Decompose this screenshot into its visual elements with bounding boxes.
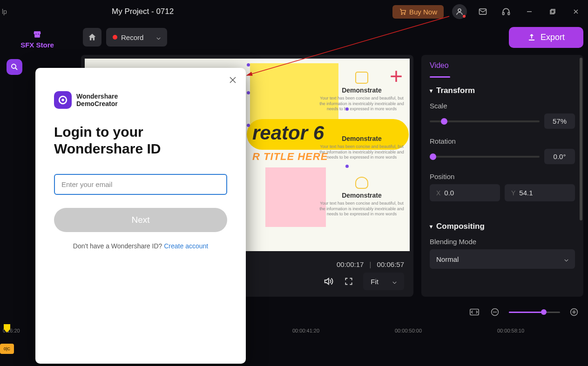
cart-icon [399, 8, 406, 15]
modal-brand: Wondershare DemoCreator [54, 91, 227, 109]
position-y-input[interactable]: Y54.1 [505, 184, 575, 201]
user-icon[interactable] [452, 4, 467, 19]
blending-label: Blending Mode [430, 238, 575, 246]
properties-panel: Video Transform Scale 57% Rotation 0.0° … [421, 55, 583, 297]
maximize-button[interactable] [545, 6, 560, 17]
selection-handle[interactable] [247, 63, 250, 67]
scale-value[interactable]: 57% [544, 113, 575, 129]
modal-heading: Login to your Wondershare ID [54, 124, 227, 157]
upload-icon [527, 33, 536, 41]
home-icon [88, 33, 97, 42]
scale-label: Scale [430, 102, 575, 110]
ruler-tick: 00:00:50:00 [395, 328, 422, 333]
camera-icon [355, 72, 368, 84]
record-dot-icon [113, 35, 117, 40]
email-input[interactable] [54, 174, 227, 195]
position-label: Position [430, 173, 575, 180]
export-button[interactable]: Export [509, 27, 583, 48]
transform-section-header[interactable]: Transform [430, 86, 575, 95]
fit-select[interactable]: Fit ⌵ [363, 273, 404, 290]
canvas-demo-block-2: Demonstrate Your text has been concise a… [308, 123, 410, 160]
selection-handle[interactable] [247, 91, 250, 94]
close-icon [229, 76, 237, 84]
headset-icon[interactable] [499, 4, 514, 19]
minimize-button[interactable] [522, 6, 537, 17]
svg-point-1 [404, 13, 405, 14]
create-account-link[interactable]: Create account [164, 242, 208, 250]
record-button[interactable]: Record ⌵ [106, 28, 167, 47]
canvas-demo-block-3: Demonstrate Your text has been concise a… [308, 177, 410, 217]
selection-handle[interactable] [345, 165, 349, 168]
brand-logo-icon [54, 91, 72, 109]
fullscreen-button[interactable] [343, 275, 355, 287]
notification-dot [463, 15, 466, 18]
rotation-value[interactable]: 0.0° [544, 149, 575, 164]
ruler-tick: 00:00:41:20 [292, 328, 319, 333]
svg-point-25 [61, 99, 64, 101]
zoom-out-button[interactable] [488, 306, 501, 318]
create-account-line: Don't have a Wondershare ID? Create acco… [54, 242, 227, 250]
chevron-down-icon: ⌵ [392, 277, 397, 286]
svg-rect-7 [550, 10, 554, 14]
svg-rect-5 [508, 13, 509, 15]
svg-rect-4 [503, 13, 504, 15]
buy-now-button[interactable]: Buy Now [392, 5, 444, 19]
svg-point-2 [458, 9, 461, 12]
properties-scrollbar[interactable] [580, 58, 582, 220]
zoom-in-button[interactable] [568, 306, 581, 318]
fullscreen-icon [344, 277, 353, 286]
chevron-down-icon: ⌵ [564, 255, 568, 263]
close-button[interactable] [568, 6, 583, 17]
clock-icon [355, 177, 368, 189]
svg-rect-8 [551, 9, 555, 13]
search-icon [10, 63, 19, 71]
zoom-slider[interactable] [509, 312, 560, 313]
chevron-down-icon: ⌵ [156, 33, 161, 41]
scale-slider[interactable] [430, 120, 540, 122]
svg-point-12 [12, 64, 16, 68]
rotation-label: Rotation [430, 137, 575, 145]
home-button[interactable] [83, 28, 101, 47]
position-x-input[interactable]: X0.0 [430, 184, 500, 201]
search-button[interactable] [7, 59, 22, 75]
toolbar: Record ⌵ Export [0, 23, 588, 51]
properties-tab-video[interactable]: Video [421, 55, 583, 76]
time-display: 00:00:17 | 00:06:57 [337, 260, 404, 268]
menu-fragment[interactable]: lp [0, 8, 9, 15]
total-time: 00:06:57 [377, 260, 404, 268]
timeline-clip[interactable]: 0|C [0, 344, 14, 354]
modal-close-button[interactable] [227, 74, 238, 86]
login-modal: Wondershare DemoCreator Login to your Wo… [35, 68, 246, 364]
project-title: My Project - 0712 [112, 7, 174, 16]
svg-line-13 [15, 68, 17, 70]
titlebar-right: Buy Now [392, 4, 583, 19]
selection-handle[interactable] [345, 107, 349, 111]
svg-point-0 [401, 13, 402, 14]
ruler-tick: 00:00:58:10 [497, 328, 524, 333]
compositing-section-header[interactable]: Compositing [430, 222, 575, 231]
titlebar: lp My Project - 0712 Buy Now [0, 0, 588, 23]
next-button[interactable]: Next [54, 208, 227, 232]
timeline-fit-button[interactable] [468, 306, 481, 318]
current-time: 00:00:17 [337, 260, 364, 268]
speaker-icon [323, 276, 333, 286]
mail-icon[interactable] [475, 4, 490, 19]
canvas-demo-block-1: Demonstrate Your text has been concise a… [308, 72, 410, 112]
selection-handle[interactable] [247, 124, 250, 127]
volume-button[interactable] [322, 275, 334, 287]
rotation-slider[interactable] [430, 156, 540, 158]
blending-mode-select[interactable]: Normal ⌵ [430, 249, 575, 269]
